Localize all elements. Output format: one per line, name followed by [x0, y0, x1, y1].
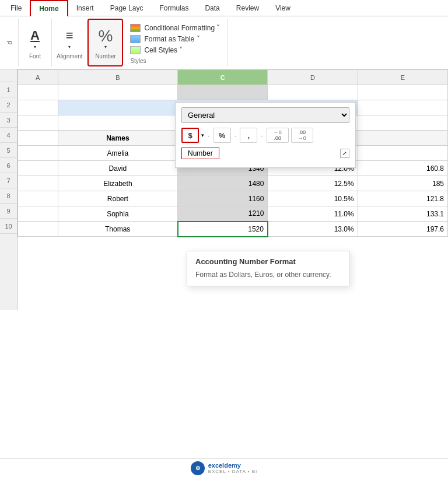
cell-b7[interactable]: Elizabeth: [58, 176, 178, 191]
group-font: A ▾ Font: [19, 19, 52, 66]
col-header-c[interactable]: C: [178, 70, 268, 85]
cell-a2[interactable]: [18, 100, 58, 115]
cell-e8[interactable]: 121.8: [358, 191, 447, 206]
number-icon: %: [98, 28, 113, 44]
number-format-popup: General Number Currency Accounting Date …: [175, 102, 356, 168]
cell-b5[interactable]: Amelia: [58, 146, 178, 161]
cell-a5[interactable]: [18, 146, 58, 161]
dollar-sign: $: [188, 131, 192, 140]
cell-e3[interactable]: [358, 115, 447, 131]
number-label-row: Number ⤢: [181, 148, 349, 159]
cell-b9[interactable]: Sophia: [58, 206, 178, 222]
tab-data[interactable]: Data: [197, 0, 228, 16]
cell-e10[interactable]: 197.6: [358, 222, 447, 237]
table-row: Thomas 1520 13.0% 197.6: [18, 222, 448, 237]
cell-d10[interactable]: 13.0%: [268, 222, 358, 237]
table-row: Sophia 1210 11.0% 133.1: [18, 206, 448, 222]
cell-a6[interactable]: [18, 161, 58, 176]
tab-insert[interactable]: Insert: [68, 0, 102, 16]
cell-c10[interactable]: 1520: [178, 222, 268, 237]
font-button[interactable]: A ▾: [23, 26, 47, 52]
cell-a4[interactable]: [18, 131, 58, 146]
col-header-a[interactable]: A: [18, 70, 58, 85]
comma-format-button[interactable]: ,: [240, 128, 257, 143]
tab-formulas[interactable]: Formulas: [151, 0, 197, 16]
cell-e4[interactable]: [358, 131, 447, 146]
cell-d8[interactable]: 10.5%: [268, 191, 358, 206]
cell-b6[interactable]: David: [58, 161, 178, 176]
row-num-3: 3: [0, 113, 17, 128]
cell-e6[interactable]: 160.8: [358, 161, 447, 176]
row-num-7: 7: [0, 173, 17, 188]
col-header-d[interactable]: D: [268, 70, 358, 85]
cell-e9[interactable]: 133.1: [358, 206, 447, 222]
format-table-icon: [130, 35, 141, 43]
ribbon-body: d A ▾ Font ≡ ▾ Alignment % ▾ Number: [0, 16, 448, 69]
col-header-b[interactable]: B: [58, 70, 178, 85]
cell-styles-icon: [130, 46, 141, 54]
decrease-decimal-button[interactable]: .00 →0: [291, 128, 313, 143]
increase-decimal-button[interactable]: ←0 .00: [267, 128, 289, 143]
cell-d7[interactable]: 12.5%: [268, 176, 358, 191]
tab-page-layout[interactable]: Page Layc: [102, 0, 152, 16]
font-group-label: Font: [29, 53, 41, 59]
cell-b8[interactable]: Robert: [58, 191, 178, 206]
number-format-dropdown[interactable]: General Number Currency Accounting Date …: [181, 107, 349, 123]
font-caret: ▾: [34, 44, 36, 50]
cell-d9[interactable]: 11.0%: [268, 206, 358, 222]
cell-b3[interactable]: [58, 115, 178, 131]
percent-format-button[interactable]: %: [214, 128, 231, 143]
row-numbers: 1 2 3 4 5 6 7 8 9 10: [0, 69, 18, 310]
group-styles: Conditional Formatting ˅ Format as Table…: [123, 19, 228, 66]
format-as-table-button[interactable]: Format as Table ˅: [130, 34, 220, 44]
cell-e2[interactable]: [358, 100, 447, 115]
styles-group-label: Styles: [130, 58, 146, 64]
tab-view[interactable]: View: [267, 0, 299, 16]
number-label-box[interactable]: Number: [181, 148, 219, 159]
cell-c7[interactable]: 1480: [178, 176, 268, 191]
cell-e1[interactable]: [358, 85, 447, 100]
number-group-label: Number: [95, 53, 116, 59]
cell-a1[interactable]: [18, 85, 58, 100]
alignment-button[interactable]: ≡ ▾: [58, 26, 81, 52]
cell-a9[interactable]: [18, 206, 58, 222]
cell-styles-button[interactable]: Cell Styles ˅: [130, 45, 220, 55]
cell-a3[interactable]: [18, 115, 58, 131]
col-header-e[interactable]: E: [358, 70, 447, 85]
dialog-launcher-icon: ⤢: [342, 150, 347, 156]
cell-c1[interactable]: [178, 85, 268, 100]
tab-home[interactable]: Home: [30, 0, 68, 16]
row-num-9: 9: [0, 204, 17, 219]
row-num-2: 2: [0, 97, 17, 113]
accounting-format-button[interactable]: $: [181, 128, 199, 143]
conditional-formatting-button[interactable]: Conditional Formatting ˅: [130, 23, 220, 33]
cell-b1[interactable]: [58, 85, 178, 100]
tooltip-title: Accounting Number Format: [195, 257, 341, 266]
cell-e7[interactable]: 185: [358, 176, 447, 191]
tab-review[interactable]: Review: [228, 0, 267, 16]
conditional-formatting-icon: [130, 24, 141, 32]
tab-file[interactable]: File: [2, 0, 30, 16]
number-button[interactable]: % ▾: [93, 26, 117, 52]
decimal-buttons: ←0 .00 .00 →0: [267, 128, 313, 143]
cell-c9[interactable]: 1210: [178, 206, 268, 222]
cell-a8[interactable]: [18, 191, 58, 206]
group-clipboard: d: [0, 19, 19, 66]
table-row: Robert 1160 10.5% 121.8: [18, 191, 448, 206]
cell-d1[interactable]: [268, 85, 358, 100]
cell-a7[interactable]: [18, 176, 58, 191]
row-num-8: 8: [0, 188, 17, 204]
cell-b4[interactable]: Names: [58, 131, 178, 146]
dialog-launcher-button[interactable]: ⤢: [340, 149, 349, 158]
cell-a10[interactable]: [18, 222, 58, 237]
cell-c8[interactable]: 1160: [178, 191, 268, 206]
tooltip-description: Format as Dollars, Euros, or other curre…: [195, 269, 341, 280]
row-num-10: 10: [0, 219, 17, 234]
ribbon: File Home Insert Page Layc Formulas Data…: [0, 0, 448, 69]
accounting-format-tooltip: Accounting Number Format Format as Dolla…: [187, 251, 350, 286]
alignment-group-label: Alignment: [57, 53, 82, 59]
number-format-icons-row: $ ▾ · % · , · ←0 .00 .00 →0: [181, 128, 349, 143]
ribbon-tab-bar: File Home Insert Page Layc Formulas Data…: [0, 0, 448, 16]
cell-b10[interactable]: Thomas: [58, 222, 178, 237]
cell-e5[interactable]: [358, 146, 447, 161]
